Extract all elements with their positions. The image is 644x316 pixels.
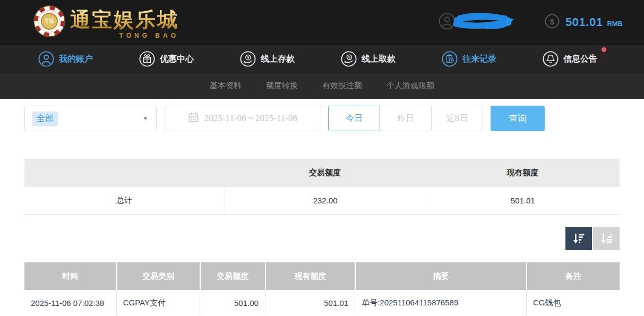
account-sub-navigation: 基本资料 额度转换 有效投注额 个人游戏限额 <box>0 73 644 99</box>
username-visible-suffix: 0 <box>506 16 512 28</box>
subnav-item-basic-info[interactable]: 基本资料 <box>210 81 242 91</box>
logo-text: 通宝娱乐城 TONG BAO <box>70 7 179 38</box>
summary-header-balance: 现有额度 <box>426 168 620 178</box>
subnav-item-credit-transfer[interactable]: 额度转换 <box>266 81 298 91</box>
nav-label: 信息公告 <box>563 54 597 65</box>
records-icon <box>442 51 458 67</box>
col-header-type: 交易类别 <box>116 262 200 290</box>
nav-item-online-withdraw[interactable]: $ 线上取款 <box>341 51 396 67</box>
balance-display: $ 501.01 RMB <box>545 14 623 31</box>
yesterday-button[interactable]: 昨日 <box>380 106 432 131</box>
sort-descending-button[interactable] <box>565 227 592 250</box>
subnav-item-valid-bets[interactable]: 有效投注额 <box>322 81 362 91</box>
dropdown-arrow-icon: ▼ <box>142 115 149 122</box>
redacted-username-scribble <box>452 11 515 33</box>
cell-amount: 501.00 <box>200 290 265 315</box>
cell-note: CG钱包 <box>526 290 620 315</box>
date-range-value: 2025-11-06 ~ 2025-11-06 <box>204 113 297 124</box>
transaction-type-select[interactable]: 全部 ▼ <box>24 106 157 131</box>
nav-item-transaction-records[interactable]: 往来记录 <box>442 51 496 67</box>
svg-text:$: $ <box>348 55 350 59</box>
selected-type-value: 全部 <box>32 112 58 126</box>
main-content: 全部 ▼ 2025-11-06 ~ 2025-11-06 今日 <box>0 99 644 315</box>
nav-label: 我的账户 <box>59 54 93 65</box>
sort-asc-icon <box>599 232 614 246</box>
summary-table: 交易额度 现有额度 总计 232.00 501.01 <box>24 159 620 215</box>
today-button[interactable]: 今日 <box>328 106 380 131</box>
main-navigation: 我的账户 优惠中心 ¥ 线上存款 $ 线上取款 <box>0 45 644 73</box>
site-logo[interactable]: TB 通宝娱乐城 TONG BAO <box>33 5 179 40</box>
table-row: 2025-11-06 07:02:38 CGPAY支付 501.00 501.0… <box>24 290 620 315</box>
cell-time: 2025-11-06 07:02:38 <box>24 290 116 315</box>
logo-subtitle: TONG BAO <box>119 32 179 39</box>
top-header-bar: TB 通宝娱乐城 TONG BAO <box>0 0 644 45</box>
col-header-note: 备注 <box>526 262 620 290</box>
summary-header-amount: 交易额度 <box>225 168 426 178</box>
poker-chip-logo-icon: TB <box>33 5 66 40</box>
sort-desc-icon <box>572 232 586 246</box>
summary-total-label: 总计 <box>24 187 225 214</box>
quick-date-segment: 今日 昨日 近8日 <box>328 106 483 131</box>
svg-text:$: $ <box>550 17 555 26</box>
last8days-button[interactable]: 近8日 <box>431 106 483 131</box>
cell-type: CGPAY支付 <box>116 290 200 315</box>
nav-item-my-account[interactable]: 我的账户 <box>38 51 93 67</box>
filter-toolbar: 全部 ▼ 2025-11-06 ~ 2025-11-06 今日 <box>24 106 620 131</box>
nav-item-online-deposit[interactable]: ¥ 线上存款 <box>240 51 295 67</box>
search-button[interactable]: 查询 <box>491 106 545 131</box>
col-header-amount: 交易额度 <box>200 262 265 290</box>
svg-text:¥: ¥ <box>247 56 250 59</box>
date-range-input[interactable]: 2025-11-06 ~ 2025-11-06 <box>165 106 321 131</box>
nav-label: 线上存款 <box>261 54 295 65</box>
summary-total-row: 总计 232.00 501.01 <box>24 187 620 215</box>
nav-item-announcements[interactable]: 信息公告 <box>543 51 597 67</box>
nav-item-promo-center[interactable]: 优惠中心 <box>139 51 194 67</box>
summary-header-row: 交易额度 现有额度 <box>24 159 620 187</box>
notification-dot <box>602 47 606 52</box>
nav-label: 优惠中心 <box>160 54 194 65</box>
bell-icon <box>543 51 559 67</box>
balance-currency: RMB <box>607 17 623 28</box>
withdraw-icon: $ <box>341 51 357 67</box>
logo-title: 通宝娱乐城 <box>70 8 179 31</box>
summary-total-amount: 232.00 <box>225 187 426 214</box>
cell-summary: 单号:202511064115876589 <box>355 290 526 315</box>
nav-label: 线上取款 <box>362 54 396 65</box>
col-header-time: 时间 <box>24 262 116 290</box>
gift-icon <box>139 51 155 67</box>
nav-label: 往来记录 <box>462 54 496 65</box>
col-header-balance: 现有额度 <box>265 262 355 290</box>
svg-text:TB: TB <box>45 18 54 25</box>
subnav-item-personal-game-limit[interactable]: 个人游戏限额 <box>387 81 434 91</box>
calendar-icon <box>188 112 199 125</box>
sort-ascending-button[interactable] <box>593 227 620 250</box>
account-icon <box>38 51 54 67</box>
sort-controls <box>24 227 620 250</box>
records-table: 时间 交易类别 交易额度 现有额度 摘要 备注 2025-11-06 07:02… <box>24 262 620 315</box>
username-display: 0 <box>439 11 512 33</box>
balance-amount: 501.01 <box>565 15 603 29</box>
dollar-icon: $ <box>545 14 560 31</box>
deposit-icon: ¥ <box>240 51 256 67</box>
col-header-summary: 摘要 <box>355 262 526 290</box>
records-header-row: 时间 交易类别 交易额度 现有额度 摘要 备注 <box>24 262 620 290</box>
cell-balance: 501.01 <box>265 290 355 315</box>
summary-total-balance: 501.01 <box>426 187 620 214</box>
